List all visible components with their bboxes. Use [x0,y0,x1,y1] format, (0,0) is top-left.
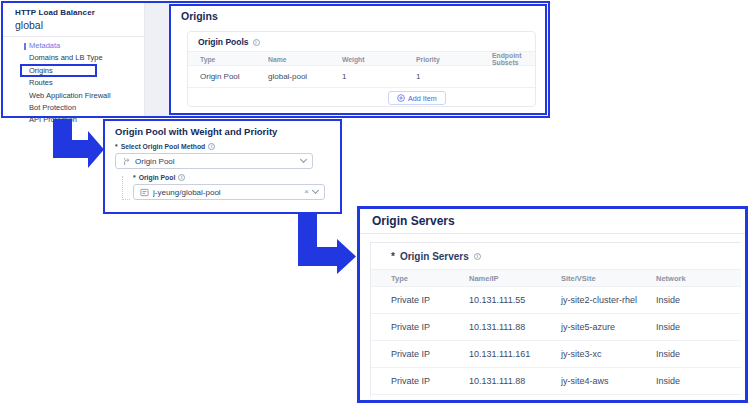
sidebar-item-label: Origins [29,66,53,75]
origins-section-title: Origins [171,6,545,22]
clear-selection-icon[interactable]: × [304,188,309,196]
lb-section-nav: Metadata Domains and LB Type Origins Rou… [3,37,144,127]
sidebar-item-label: Domains and LB Type [29,53,103,62]
column-header: Name/IP [469,274,561,283]
lb-type-label: HTTP Load Balancer [15,8,144,17]
nested-field-connector [122,176,130,200]
origin-pools-table-header: Type Name Weight Priority Endpoint Subse… [188,51,535,66]
method-selected-value: Origin Pool [135,157,175,166]
info-icon[interactable]: i [208,143,215,150]
cell-name-ip: 10.131.111.88 [469,322,561,332]
origin-servers-card-title: Origin Servers [400,251,469,262]
sidebar-item-metadata[interactable]: Metadata [3,40,144,52]
sidebar-item-bot-protection[interactable]: Bot Protection [3,102,144,114]
cell-network: Inside [656,376,741,386]
lb-config-screenshot: HTTP Load Balancer global Metadata Domai… [1,1,550,118]
sidebar-item-label: Metadata [29,41,60,50]
cell-type: Private IP [391,295,469,305]
column-header: Priority [416,56,492,63]
cell-name-ip: 10.131.111.55 [469,295,561,305]
origin-pools-card: Origin Pools i Type Name Weight Priority… [187,31,536,107]
column-header: Name [268,56,342,63]
required-marker: * [391,251,395,262]
cell-type: Private IP [391,322,469,332]
sidebar-item-routes[interactable]: Routes [3,77,144,89]
cell-name-ip: 10.131.111.88 [469,376,561,386]
cell-type: Private IP [391,349,469,359]
required-marker: * [133,174,136,181]
origin-pool-ref-select[interactable]: j-yeung/global-pool × [133,184,325,200]
cell-network: Inside [656,295,741,305]
dialog-title: Origin Pool with Weight and Priority [105,121,340,137]
cell-site: jy-site4-aws [561,376,656,386]
cell-type: Private IP [391,376,469,386]
origin-pool-dialog: Origin Pool with Weight and Priority * S… [103,119,342,214]
column-header: Site/VSite [561,274,656,283]
sidebar-item-label: API Protection [29,115,77,124]
pool-selected-value: j-yeung/global-pool [153,188,221,197]
column-header: Network [656,274,741,283]
origin-server-row: Private IP 10.131.111.161 jy-site3-xc In… [371,341,741,368]
sidebar-item-domains-lb-type[interactable]: Domains and LB Type [3,52,144,64]
origin-servers-table-header: Type Name/IP Site/VSite Network [371,269,741,287]
info-icon[interactable]: i [178,174,185,181]
cell-network: Inside [656,349,741,359]
cell-priority: 1 [416,72,492,81]
origin-pool-method-select[interactable]: Origin Pool [115,153,313,169]
required-marker: * [115,143,118,150]
sidebar-item-waf[interactable]: Web Application Firewall [3,90,144,102]
cell-site: jy-site5-azure [561,322,656,332]
add-item-button[interactable]: Add Item [388,91,446,105]
origin-server-row: Private IP 10.131.111.88 jy-site5-azure … [371,314,741,341]
origin-servers-panel: Origin Servers * Origin Servers i Type N… [357,206,748,403]
cell-name-ip: 10.131.111.161 [469,349,561,359]
sidebar-item-label: Web Application Firewall [29,91,111,100]
branch-icon [122,157,131,166]
method-label: Select Origin Pool Method [121,143,206,150]
chevron-down-icon [300,156,307,163]
flow-arrow-dialog-to-servers [298,213,356,274]
cell-type: Origin Pool [200,72,268,81]
info-icon[interactable]: i [253,39,260,46]
origin-server-row: Private IP 10.131.111.55 jy-site2-cluste… [371,287,741,314]
active-indicator-bar [24,43,26,51]
cell-site: jy-site3-xc [561,349,656,359]
lb-object-name: global [15,19,144,31]
column-header: Endpoint Subsets [492,52,535,66]
chevron-down-icon [312,187,319,194]
cell-site: jy-site2-cluster-rhel [561,295,656,305]
origin-server-row: Private IP 10.131.111.88 jy-site4-aws In… [371,368,741,395]
sidebar-item-label: Bot Protection [29,103,76,112]
add-item-label: Add Item [408,94,437,103]
cell-name: global-pool [268,72,342,81]
cell-weight: 1 [342,72,416,81]
origin-servers-card: * Origin Servers i Type Name/IP Site/VSi… [370,242,741,397]
origins-section-highlighted: Origins Origin Pools i Type Name Weight … [169,4,547,115]
origin-pool-table-row[interactable]: Origin Pool global-pool 1 1 [188,66,535,88]
info-icon[interactable]: i [474,253,481,260]
cell-network: Inside [656,322,741,332]
origin-pools-card-title: Origin Pools [198,37,249,47]
lb-sidebar-header: HTTP Load Balancer global [3,3,144,31]
column-header: Type [391,274,469,283]
sidebar-item-origins[interactable]: Origins [3,65,144,77]
object-ref-icon [140,188,149,197]
origin-servers-title: Origin Servers [360,209,745,234]
pool-label: Origin Pool [139,174,176,181]
column-header: Weight [342,56,416,63]
sidebar-item-label: Routes [29,78,53,87]
plus-circle-icon [397,94,405,102]
column-header: Type [200,56,268,63]
lb-sidebar: HTTP Load Balancer global Metadata Domai… [3,3,145,116]
